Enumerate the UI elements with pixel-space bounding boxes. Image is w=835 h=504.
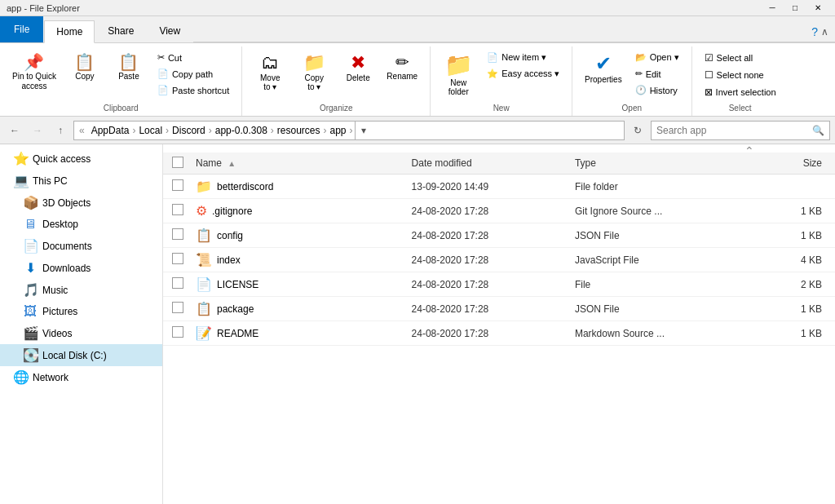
- sidebar-item-network[interactable]: 🌐 Network: [0, 366, 162, 388]
- table-row[interactable]: 📝 README 24-08-2020 17:28 Markdown Sourc…: [163, 321, 835, 346]
- ribbon-group-new: 📁 Newfolder 📄 New item ▾ ⭐ Easy access ▾…: [431, 46, 572, 116]
- table-row[interactable]: 📁 betterdiscord 13-09-2020 14:49 File fo…: [163, 175, 835, 199]
- path-appdata[interactable]: AppData: [90, 125, 131, 136]
- pin-to-quick-access-button[interactable]: 📌 Pin to Quickaccess: [7, 50, 62, 95]
- sidebar-item-documents[interactable]: 📄 Documents: [0, 235, 162, 257]
- row-checkbox[interactable]: [163, 204, 192, 218]
- row-size: 1 KB: [735, 299, 835, 319]
- file-name: README: [217, 328, 258, 339]
- row-checkbox[interactable]: [163, 179, 192, 193]
- tab-home[interactable]: Home: [44, 20, 95, 43]
- sidebar-item-music[interactable]: 🎵 Music: [0, 279, 162, 301]
- row-date: 24-08-2020 17:28: [409, 201, 572, 221]
- maximize-button[interactable]: □: [784, 2, 806, 15]
- rename-button[interactable]: ✏ Rename: [381, 50, 423, 85]
- tab-file[interactable]: File: [0, 16, 43, 42]
- row-name[interactable]: 📜 index: [192, 248, 409, 272]
- row-name[interactable]: 📝 README: [192, 321, 409, 345]
- header-name[interactable]: Name ▲: [192, 156, 409, 170]
- invert-selection-button[interactable]: ⊠ Invert selection: [699, 84, 782, 100]
- select-none-button[interactable]: ☐ Select none: [699, 67, 782, 83]
- paste-icon: 📋: [118, 54, 139, 70]
- row-checkbox[interactable]: [163, 228, 192, 242]
- select-all-checkbox[interactable]: [172, 157, 183, 168]
- row-name[interactable]: 📋 package: [192, 297, 409, 321]
- header-type-label: Type: [575, 157, 596, 169]
- new-folder-label: Newfolder: [448, 78, 469, 96]
- new-small-buttons: 📄 New item ▾ ⭐ Easy access ▾: [481, 50, 565, 82]
- row-name[interactable]: 📋 config: [192, 223, 409, 247]
- path-app[interactable]: app: [329, 125, 348, 136]
- sidebar-item-desktop[interactable]: 🖥 Desktop: [0, 214, 162, 235]
- table-row[interactable]: 📄 LICENSE 24-08-2020 17:28 File 2 KB: [163, 272, 835, 297]
- header-size[interactable]: Size: [735, 156, 835, 170]
- tab-share[interactable]: Share: [95, 20, 146, 42]
- search-input[interactable]: [656, 125, 809, 136]
- sidebar-item-label: Network: [33, 372, 68, 383]
- row-checkbox[interactable]: [163, 253, 192, 267]
- new-item-button[interactable]: 📄 New item ▾: [481, 50, 565, 65]
- table-row[interactable]: ⚙ .gitignore 24-08-2020 17:28 Git Ignore…: [163, 199, 835, 223]
- header-type[interactable]: Type: [572, 156, 735, 170]
- table-row[interactable]: 📋 package 24-08-2020 17:28 JSON File 1 K…: [163, 297, 835, 321]
- paste-shortcut-button[interactable]: 📄 Paste shortcut: [152, 82, 235, 98]
- file-type-icon: 📋: [196, 301, 212, 316]
- path-dropdown-button[interactable]: ▾: [355, 121, 373, 140]
- sidebar-item-this-pc[interactable]: 💻 This PC: [0, 170, 162, 192]
- history-button[interactable]: 🕐 History: [630, 82, 685, 98]
- header-date[interactable]: Date modified: [409, 156, 572, 170]
- up-button[interactable]: ↑: [51, 121, 70, 140]
- properties-button[interactable]: ✔ Properties: [579, 50, 628, 88]
- path-local[interactable]: Local: [137, 125, 164, 136]
- row-name[interactable]: ⚙ .gitignore: [192, 199, 409, 223]
- refresh-button[interactable]: ↻: [628, 121, 647, 140]
- header-checkbox[interactable]: [163, 157, 192, 170]
- ribbon-group-clipboard: 📌 Pin to Quickaccess 📋 Copy 📋 Paste ✂: [0, 46, 242, 116]
- table-row[interactable]: 📋 config 24-08-2020 17:28 JSON File 1 KB: [163, 223, 835, 248]
- sidebar-item-downloads[interactable]: ⬇ Downloads: [0, 257, 162, 279]
- help-icon[interactable]: ?: [811, 25, 818, 38]
- address-path[interactable]: « AppData › Local › Discord › app-0.0.30…: [73, 121, 625, 140]
- copy-button[interactable]: 📋 Copy: [64, 50, 106, 85]
- row-name[interactable]: 📄 LICENSE: [192, 272, 409, 296]
- copy-to-button[interactable]: 📁 Copyto ▾: [293, 50, 335, 95]
- search-box[interactable]: 🔍: [651, 121, 830, 140]
- row-checkbox[interactable]: [163, 277, 192, 291]
- sidebar-item-label: Downloads: [42, 263, 91, 274]
- table-row[interactable]: 📜 index 24-08-2020 17:28 JavaScript File…: [163, 248, 835, 272]
- sidebar: ⭐ Quick access 💻 This PC 📦 3D Objects 🖥 …: [0, 144, 163, 504]
- path-app-version[interactable]: app-0.0.308: [214, 125, 269, 136]
- close-button[interactable]: ✕: [807, 2, 828, 15]
- move-to-button[interactable]: 🗂 Moveto ▾: [249, 50, 291, 95]
- select-all-label: Select all: [717, 53, 753, 63]
- sidebar-item-3d-objects[interactable]: 📦 3D Objects: [0, 192, 162, 214]
- edit-button[interactable]: ✏ Edit: [630, 66, 685, 82]
- paste-button[interactable]: 📋 Paste: [108, 50, 150, 85]
- collapse-ribbon-icon[interactable]: ∧: [821, 26, 828, 38]
- properties-icon: ✔: [595, 54, 612, 73]
- copy-path-button[interactable]: 📄 Copy path: [152, 66, 235, 82]
- open-button[interactable]: 📂 Open ▾: [630, 50, 685, 65]
- path-discord[interactable]: Discord: [170, 125, 207, 136]
- sidebar-item-quick-access[interactable]: ⭐ Quick access: [0, 148, 162, 170]
- sidebar-item-local-disk[interactable]: 💽 Local Disk (C:): [0, 344, 162, 366]
- row-name[interactable]: 📁 betterdiscord: [192, 175, 409, 198]
- minimize-button[interactable]: ─: [762, 2, 783, 15]
- sidebar-item-pictures[interactable]: 🖼 Pictures: [0, 301, 162, 322]
- tab-view[interactable]: View: [147, 20, 192, 42]
- file-name: betterdiscord: [217, 181, 273, 192]
- file-type-icon: 📄: [196, 276, 212, 292]
- easy-access-button[interactable]: ⭐ Easy access ▾: [481, 66, 565, 82]
- select-all-button[interactable]: ☑ Select all: [699, 50, 782, 66]
- sidebar-item-videos[interactable]: 🎬 Videos: [0, 322, 162, 344]
- row-checkbox[interactable]: [163, 302, 192, 316]
- new-folder-button[interactable]: 📁 Newfolder: [437, 50, 479, 100]
- row-checkbox[interactable]: [163, 326, 192, 340]
- path-resources[interactable]: resources: [276, 125, 322, 136]
- row-size: 1 KB: [735, 226, 835, 245]
- back-button[interactable]: ←: [5, 121, 24, 140]
- cut-button[interactable]: ✂ Cut: [152, 50, 235, 65]
- delete-button[interactable]: ✖ Delete: [337, 50, 379, 86]
- window-controls[interactable]: ─ □ ✕: [762, 2, 828, 15]
- new-buttons: 📁 Newfolder 📄 New item ▾ ⭐ Easy access ▾: [437, 50, 565, 100]
